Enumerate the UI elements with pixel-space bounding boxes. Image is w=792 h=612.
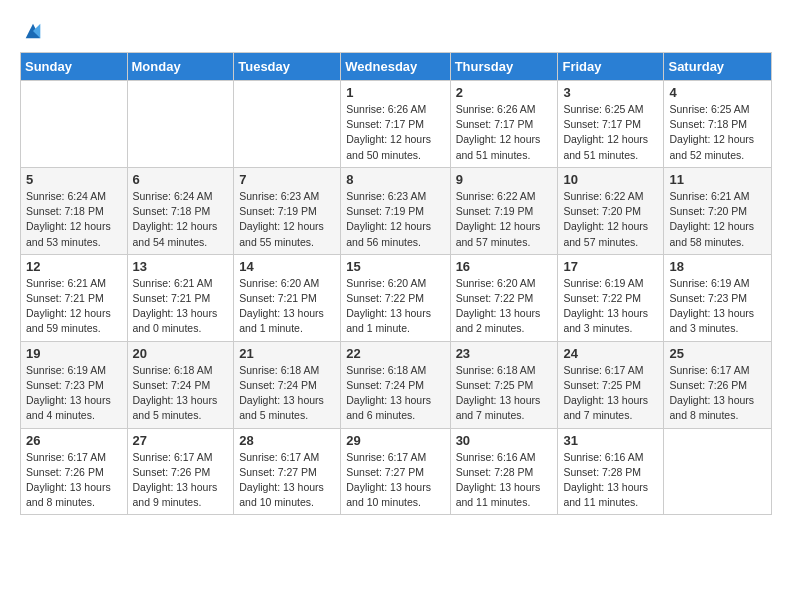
header-wednesday: Wednesday [341,53,450,81]
day-info: Sunrise: 6:26 AM Sunset: 7:17 PM Dayligh… [346,102,444,163]
day-info: Sunrise: 6:19 AM Sunset: 7:22 PM Dayligh… [563,276,658,337]
day-number: 24 [563,346,658,361]
day-number: 2 [456,85,553,100]
day-cell: 3Sunrise: 6:25 AM Sunset: 7:17 PM Daylig… [558,81,664,168]
day-cell: 15Sunrise: 6:20 AM Sunset: 7:22 PM Dayli… [341,254,450,341]
day-info: Sunrise: 6:17 AM Sunset: 7:27 PM Dayligh… [346,450,444,511]
day-number: 10 [563,172,658,187]
day-cell: 8Sunrise: 6:23 AM Sunset: 7:19 PM Daylig… [341,167,450,254]
page-header [20,20,772,42]
day-info: Sunrise: 6:17 AM Sunset: 7:26 PM Dayligh… [26,450,122,511]
day-cell: 19Sunrise: 6:19 AM Sunset: 7:23 PM Dayli… [21,341,128,428]
day-number: 1 [346,85,444,100]
day-cell: 30Sunrise: 6:16 AM Sunset: 7:28 PM Dayli… [450,428,558,515]
day-info: Sunrise: 6:17 AM Sunset: 7:27 PM Dayligh… [239,450,335,511]
day-number: 25 [669,346,766,361]
header-saturday: Saturday [664,53,772,81]
day-number: 17 [563,259,658,274]
day-cell: 6Sunrise: 6:24 AM Sunset: 7:18 PM Daylig… [127,167,234,254]
day-info: Sunrise: 6:16 AM Sunset: 7:28 PM Dayligh… [456,450,553,511]
day-number: 5 [26,172,122,187]
week-row-4: 26Sunrise: 6:17 AM Sunset: 7:26 PM Dayli… [21,428,772,515]
day-cell: 29Sunrise: 6:17 AM Sunset: 7:27 PM Dayli… [341,428,450,515]
day-cell [127,81,234,168]
week-row-3: 19Sunrise: 6:19 AM Sunset: 7:23 PM Dayli… [21,341,772,428]
day-cell: 13Sunrise: 6:21 AM Sunset: 7:21 PM Dayli… [127,254,234,341]
day-cell: 23Sunrise: 6:18 AM Sunset: 7:25 PM Dayli… [450,341,558,428]
day-info: Sunrise: 6:18 AM Sunset: 7:24 PM Dayligh… [346,363,444,424]
day-info: Sunrise: 6:25 AM Sunset: 7:18 PM Dayligh… [669,102,766,163]
day-number: 13 [133,259,229,274]
day-info: Sunrise: 6:23 AM Sunset: 7:19 PM Dayligh… [346,189,444,250]
header-monday: Monday [127,53,234,81]
header-sunday: Sunday [21,53,128,81]
day-info: Sunrise: 6:18 AM Sunset: 7:24 PM Dayligh… [133,363,229,424]
day-info: Sunrise: 6:17 AM Sunset: 7:25 PM Dayligh… [563,363,658,424]
day-number: 28 [239,433,335,448]
day-info: Sunrise: 6:19 AM Sunset: 7:23 PM Dayligh… [26,363,122,424]
day-number: 29 [346,433,444,448]
day-info: Sunrise: 6:17 AM Sunset: 7:26 PM Dayligh… [669,363,766,424]
day-info: Sunrise: 6:20 AM Sunset: 7:22 PM Dayligh… [456,276,553,337]
day-number: 30 [456,433,553,448]
day-number: 15 [346,259,444,274]
day-number: 26 [26,433,122,448]
day-number: 12 [26,259,122,274]
day-info: Sunrise: 6:21 AM Sunset: 7:20 PM Dayligh… [669,189,766,250]
day-info: Sunrise: 6:20 AM Sunset: 7:21 PM Dayligh… [239,276,335,337]
day-cell: 28Sunrise: 6:17 AM Sunset: 7:27 PM Dayli… [234,428,341,515]
day-info: Sunrise: 6:19 AM Sunset: 7:23 PM Dayligh… [669,276,766,337]
day-info: Sunrise: 6:25 AM Sunset: 7:17 PM Dayligh… [563,102,658,163]
day-number: 6 [133,172,229,187]
day-cell [234,81,341,168]
day-cell: 20Sunrise: 6:18 AM Sunset: 7:24 PM Dayli… [127,341,234,428]
day-number: 19 [26,346,122,361]
day-cell: 4Sunrise: 6:25 AM Sunset: 7:18 PM Daylig… [664,81,772,168]
day-number: 8 [346,172,444,187]
day-info: Sunrise: 6:18 AM Sunset: 7:24 PM Dayligh… [239,363,335,424]
day-number: 22 [346,346,444,361]
day-number: 23 [456,346,553,361]
day-number: 20 [133,346,229,361]
day-cell: 17Sunrise: 6:19 AM Sunset: 7:22 PM Dayli… [558,254,664,341]
day-cell: 26Sunrise: 6:17 AM Sunset: 7:26 PM Dayli… [21,428,128,515]
day-number: 14 [239,259,335,274]
day-cell: 25Sunrise: 6:17 AM Sunset: 7:26 PM Dayli… [664,341,772,428]
week-row-2: 12Sunrise: 6:21 AM Sunset: 7:21 PM Dayli… [21,254,772,341]
day-cell: 24Sunrise: 6:17 AM Sunset: 7:25 PM Dayli… [558,341,664,428]
day-cell: 31Sunrise: 6:16 AM Sunset: 7:28 PM Dayli… [558,428,664,515]
day-info: Sunrise: 6:21 AM Sunset: 7:21 PM Dayligh… [133,276,229,337]
day-info: Sunrise: 6:24 AM Sunset: 7:18 PM Dayligh… [26,189,122,250]
week-row-0: 1Sunrise: 6:26 AM Sunset: 7:17 PM Daylig… [21,81,772,168]
day-cell: 7Sunrise: 6:23 AM Sunset: 7:19 PM Daylig… [234,167,341,254]
day-info: Sunrise: 6:18 AM Sunset: 7:25 PM Dayligh… [456,363,553,424]
day-info: Sunrise: 6:24 AM Sunset: 7:18 PM Dayligh… [133,189,229,250]
day-number: 21 [239,346,335,361]
day-number: 7 [239,172,335,187]
days-header-row: SundayMondayTuesdayWednesdayThursdayFrid… [21,53,772,81]
header-thursday: Thursday [450,53,558,81]
day-cell: 21Sunrise: 6:18 AM Sunset: 7:24 PM Dayli… [234,341,341,428]
day-number: 4 [669,85,766,100]
day-cell: 1Sunrise: 6:26 AM Sunset: 7:17 PM Daylig… [341,81,450,168]
day-info: Sunrise: 6:20 AM Sunset: 7:22 PM Dayligh… [346,276,444,337]
day-number: 3 [563,85,658,100]
day-number: 18 [669,259,766,274]
day-number: 27 [133,433,229,448]
day-number: 16 [456,259,553,274]
day-cell [21,81,128,168]
calendar-table: SundayMondayTuesdayWednesdayThursdayFrid… [20,52,772,515]
day-cell: 10Sunrise: 6:22 AM Sunset: 7:20 PM Dayli… [558,167,664,254]
logo [20,20,44,42]
day-info: Sunrise: 6:23 AM Sunset: 7:19 PM Dayligh… [239,189,335,250]
day-cell: 14Sunrise: 6:20 AM Sunset: 7:21 PM Dayli… [234,254,341,341]
day-cell [664,428,772,515]
day-cell: 12Sunrise: 6:21 AM Sunset: 7:21 PM Dayli… [21,254,128,341]
day-cell: 22Sunrise: 6:18 AM Sunset: 7:24 PM Dayli… [341,341,450,428]
day-info: Sunrise: 6:17 AM Sunset: 7:26 PM Dayligh… [133,450,229,511]
day-info: Sunrise: 6:22 AM Sunset: 7:19 PM Dayligh… [456,189,553,250]
logo-icon [22,20,44,42]
day-info: Sunrise: 6:26 AM Sunset: 7:17 PM Dayligh… [456,102,553,163]
day-cell: 18Sunrise: 6:19 AM Sunset: 7:23 PM Dayli… [664,254,772,341]
week-row-1: 5Sunrise: 6:24 AM Sunset: 7:18 PM Daylig… [21,167,772,254]
